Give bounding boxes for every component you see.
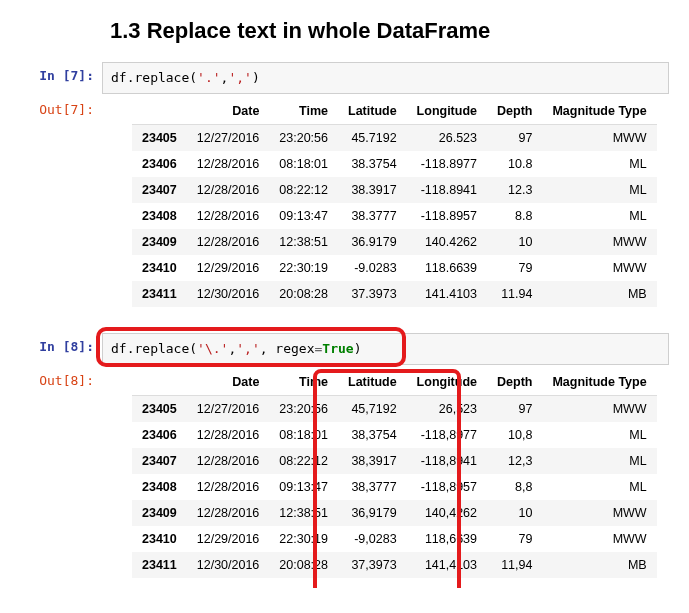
cell-value: 38,3777 [338,474,407,500]
cell-value: ML [542,422,656,448]
cell-8-output: Out[8]: DateTimeLatitudeLongitudeDepthMa… [20,367,669,588]
cell-value: 12/27/2016 [187,396,270,423]
row-index: 23409 [132,229,187,255]
cell-value: 37.3973 [338,281,407,307]
code-cell-8[interactable]: df.replace('\.',',', regex=True) [102,333,669,365]
cell-value: 08:18:01 [269,151,338,177]
code-cell-7[interactable]: df.replace('.',',') [102,62,669,94]
cell-value: 12/30/2016 [187,552,270,578]
out-prompt-8: Out[8]: [20,367,102,388]
cell-value: 97 [487,396,542,423]
cell-value: 37,3973 [338,552,407,578]
column-header: Latitude [338,98,407,125]
cell-value: 12/28/2016 [187,500,270,526]
cell-value: 08:22:12 [269,177,338,203]
out-prompt-7: Out[7]: [20,96,102,117]
cell-value: 141,4103 [407,552,487,578]
cell-8-input: In [8]: df.replace('\.',',', regex=True) [20,333,669,365]
row-index: 23411 [132,281,187,307]
output-area-8: DateTimeLatitudeLongitudeDepthMagnitude … [102,367,669,588]
table-row: 2341112/30/201620:08:2837,3973141,410311… [132,552,657,578]
cell-value: 45,7192 [338,396,407,423]
cell-value: MB [542,281,656,307]
cell-value: 141.4103 [407,281,487,307]
cell-value: 10,8 [487,422,542,448]
row-index: 23405 [132,396,187,423]
cell-value: 12:38:51 [269,500,338,526]
cell-value: 26,523 [407,396,487,423]
dataframe-table-8: DateTimeLatitudeLongitudeDepthMagnitude … [132,369,657,578]
section-title: 1.3 Replace text in whole DataFrame [110,18,669,44]
cell-value: ML [542,474,656,500]
row-index: 23409 [132,500,187,526]
cell-value: 23:20:56 [269,396,338,423]
cell-value: 10 [487,229,542,255]
column-header: Time [269,98,338,125]
column-header: Depth [487,98,542,125]
table-row: 2340612/28/201608:18:0138.3754-118.89771… [132,151,657,177]
cell-value: 11,94 [487,552,542,578]
table-row: 2340712/28/201608:22:1238,3917-118,89411… [132,448,657,474]
table-row: 2341012/29/201622:30:19-9,0283118,663979… [132,526,657,552]
column-header: Magnitude Type [542,98,656,125]
cell-value: 118.6639 [407,255,487,281]
cell-value: 38,3754 [338,422,407,448]
cell-value: 38.3777 [338,203,407,229]
cell-value: 97 [487,125,542,152]
column-header: Latitude [338,369,407,396]
table-row: 2340812/28/201609:13:4738,3777-118,89578… [132,474,657,500]
cell-value: 10 [487,500,542,526]
column-header: Longitude [407,98,487,125]
row-index: 23408 [132,203,187,229]
cell-value: 26.523 [407,125,487,152]
cell-value: 79 [487,526,542,552]
cell-value: 12/28/2016 [187,151,270,177]
cell-value: 118,6639 [407,526,487,552]
cell-value: 12/28/2016 [187,203,270,229]
cell-value: ML [542,151,656,177]
cell-value: 8,8 [487,474,542,500]
cell-value: 12/28/2016 [187,229,270,255]
cell-value: MWW [542,500,656,526]
in-prompt-7: In [7]: [20,62,102,83]
cell-value: 20:08:28 [269,281,338,307]
cell-value: ML [542,448,656,474]
table-row: 2341112/30/201620:08:2837.3973141.410311… [132,281,657,307]
cell-value: 140,4262 [407,500,487,526]
column-header [132,98,187,125]
cell-value: 12/30/2016 [187,281,270,307]
row-index: 23406 [132,422,187,448]
cell-value: 12/28/2016 [187,474,270,500]
cell-value: -118,8977 [407,422,487,448]
row-index: 23410 [132,526,187,552]
cell-value: 38,3917 [338,448,407,474]
cell-value: 79 [487,255,542,281]
cell-value: MWW [542,125,656,152]
cell-value: 11.94 [487,281,542,307]
column-header: Longitude [407,369,487,396]
cell-value: 08:18:01 [269,422,338,448]
cell-value: 22:30:19 [269,526,338,552]
cell-value: MWW [542,229,656,255]
cell-value: 45.7192 [338,125,407,152]
row-index: 23411 [132,552,187,578]
in-prompt-8: In [8]: [20,333,102,354]
cell-value: 12.3 [487,177,542,203]
cell-value: -118,8957 [407,474,487,500]
cell-value: 12/29/2016 [187,526,270,552]
cell-value: -118.8977 [407,151,487,177]
table-row: 2340912/28/201612:38:5136,9179140,426210… [132,500,657,526]
output-area-7: DateTimeLatitudeLongitudeDepthMagnitude … [102,96,669,317]
column-header: Date [187,369,270,396]
table-row: 2341012/29/201622:30:19-9.0283118.663979… [132,255,657,281]
table-row: 2340812/28/201609:13:4738.3777-118.89578… [132,203,657,229]
table-row: 2340612/28/201608:18:0138,3754-118,89771… [132,422,657,448]
cell-value: -118.8941 [407,177,487,203]
cell-value: 23:20:56 [269,125,338,152]
cell-value: 12/27/2016 [187,125,270,152]
cell-value: 12:38:51 [269,229,338,255]
cell-value: 36.9179 [338,229,407,255]
cell-value: ML [542,177,656,203]
row-index: 23406 [132,151,187,177]
cell-7-output: Out[7]: DateTimeLatitudeLongitudeDepthMa… [20,96,669,317]
